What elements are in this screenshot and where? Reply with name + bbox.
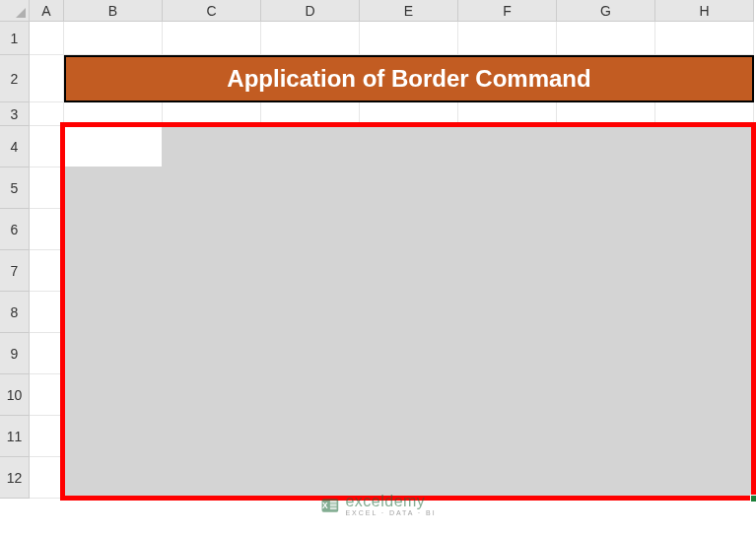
col-head-B[interactable]: B [64,0,163,22]
col-head-F[interactable]: F [458,0,557,22]
cell[interactable] [360,102,458,126]
title-merged-cell[interactable]: Application of Border Command [64,55,754,102]
row-head-4[interactable]: 4 [0,126,30,168]
cell[interactable] [30,416,64,457]
svg-text:X: X [322,501,328,510]
row-head-5[interactable]: 5 [0,168,30,209]
cell[interactable] [360,22,458,55]
cell[interactable] [458,102,557,126]
active-cell[interactable] [63,125,162,167]
cell[interactable] [261,22,360,55]
watermark-sub: EXCEL · DATA · BI [345,509,436,516]
selection-border-highlight [60,122,756,501]
svg-rect-0 [321,499,338,511]
cell[interactable] [30,250,64,292]
row-head-8[interactable]: 8 [0,292,30,333]
cell[interactable] [30,457,64,499]
row-head-11[interactable]: 11 [0,416,30,457]
cell[interactable] [30,374,64,416]
select-all-corner[interactable] [0,0,30,22]
col-head-D[interactable]: D [261,0,360,22]
cell[interactable] [30,209,64,250]
cell[interactable] [458,22,557,55]
cell[interactable] [30,55,64,102]
col-head-C[interactable]: C [163,0,261,22]
svg-rect-1 [329,501,336,503]
row-head-6[interactable]: 6 [0,209,30,250]
row-head-7[interactable]: 7 [0,250,30,292]
col-head-E[interactable]: E [360,0,458,22]
svg-rect-2 [329,503,336,505]
row-head-2[interactable]: 2 [0,55,30,102]
cell[interactable] [163,102,261,126]
cell[interactable] [557,22,655,55]
row-head-10[interactable]: 10 [0,374,30,416]
col-head-G[interactable]: G [557,0,655,22]
cell[interactable] [64,102,163,126]
cell[interactable] [655,22,754,55]
cell[interactable] [30,102,64,126]
cell[interactable] [30,126,64,168]
spreadsheet-grid: A B C D E F G H 1 2 Application of Borde… [0,0,756,499]
cell[interactable] [261,102,360,126]
svg-rect-3 [329,506,336,509]
fill-handle[interactable] [750,495,756,502]
row-head-3[interactable]: 3 [0,102,30,126]
cell[interactable] [163,22,261,55]
col-head-A[interactable]: A [30,0,64,22]
col-head-H[interactable]: H [655,0,754,22]
cell[interactable] [64,22,163,55]
row-head-1[interactable]: 1 [0,22,30,55]
selection-range[interactable] [63,125,755,500]
row-head-9[interactable]: 9 [0,333,30,374]
row-head-12[interactable]: 12 [0,457,30,499]
cell[interactable] [30,292,64,333]
cell[interactable] [557,102,655,126]
cell[interactable] [30,168,64,209]
cell[interactable] [655,102,754,126]
cell[interactable] [30,333,64,374]
cell[interactable] [30,22,64,55]
